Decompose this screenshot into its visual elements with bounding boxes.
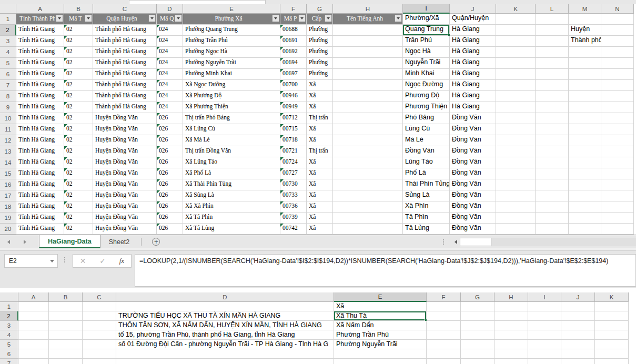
cell-D6[interactable]: 024 [157,69,183,80]
row-header-1[interactable]: 1 [0,302,18,311]
cell-I7[interactable] [528,359,561,364]
filter-button-F[interactable] [298,15,306,22]
sheet-tab-hagiang-data[interactable]: HaGiang-Data [39,235,100,248]
cell-C12[interactable]: Huyện Đồng Văn [93,135,157,146]
column-header-B[interactable]: B [49,292,83,302]
cell-F11[interactable]: 00715 [280,124,307,135]
hscroll-thumb[interactable] [460,238,491,246]
cell-H6[interactable] [333,69,403,80]
cell-G7[interactable]: Xã [307,80,333,91]
cell-J5[interactable] [561,340,595,349]
cell-M3[interactable]: Thành phố [569,36,601,47]
cell-C4[interactable] [83,330,116,340]
cell-J19[interactable]: Đồng Văn [450,213,496,224]
cell-C2[interactable] [83,311,116,321]
cell-B3[interactable] [49,321,83,330]
cell-D1[interactable]: Mã Q [157,14,183,25]
cell-D5[interactable]: 024 [157,58,183,69]
cell-F12[interactable]: 00718 [280,135,307,146]
row-header-10[interactable]: 10 [0,113,16,124]
cell-H10[interactable] [333,113,403,124]
cell-J8[interactable]: Hà Giang [450,91,496,102]
cell-D17[interactable]: 026 [157,190,183,201]
row-header-2[interactable]: 2 [0,25,16,36]
column-header-F[interactable]: F [280,4,307,14]
cell-I15[interactable]: Phố Là [403,168,450,179]
cell-C7[interactable]: Thành phố Hà Giang [93,80,157,91]
row-header-20[interactable]: 20 [0,224,16,235]
cell-L8[interactable] [536,91,569,102]
cell-C6[interactable]: Thành phố Hà Giang [93,69,157,80]
cell-G4[interactable] [461,330,494,340]
cell-L14[interactable] [536,157,569,168]
row-header-3[interactable]: 3 [0,321,18,330]
cell-E6[interactable]: Phường Minh Khai [183,69,280,80]
cell-J17[interactable]: Đồng Văn [450,190,496,201]
cell-D13[interactable]: 026 [157,146,183,157]
cell-H2[interactable] [494,311,528,321]
column-header-F[interactable]: F [427,292,461,302]
cell-E8[interactable]: Xã Phương Độ [183,91,280,102]
cell-G17[interactable]: Xã [307,190,333,201]
cell-J7[interactable] [561,359,595,364]
cell-B8[interactable]: 02 [64,91,93,102]
cell-N12[interactable] [601,135,634,146]
cell-D19[interactable]: 026 [157,213,183,224]
cell-B20[interactable]: 02 [64,224,93,235]
cell-J14[interactable]: Đồng Văn [450,157,496,168]
cell-A6[interactable]: Tỉnh Hà Giang [16,69,64,80]
cell-J3[interactable]: Hà Giang [450,36,496,47]
cell-I4[interactable]: Ngọc Hà [403,47,450,58]
cell-K6[interactable] [595,349,629,359]
cell-A12[interactable]: Tỉnh Hà Giang [16,135,64,146]
cell-L6[interactable] [536,69,569,80]
cell-E16[interactable]: Xã Thài Phìn Tủng [183,179,280,190]
add-sheet-button[interactable]: + [152,235,160,248]
cell-C2[interactable]: Thành phố Hà Giang [93,25,157,36]
cell-F13[interactable]: 00721 [280,146,307,157]
cell-B2[interactable] [49,311,83,321]
cell-F3[interactable] [427,321,461,330]
cell-N7[interactable] [601,80,634,91]
cell-L20[interactable] [536,224,569,235]
cell-I12[interactable]: Má Lé [403,135,450,146]
chevron-down-icon[interactable] [50,260,54,262]
cell-F17[interactable]: 00733 [280,190,307,201]
cell-L3[interactable] [536,36,569,47]
cell-H6[interactable] [494,349,528,359]
cell-B6[interactable]: 02 [64,69,93,80]
cell-J20[interactable]: Đồng Văn [450,224,496,235]
cell-C16[interactable]: Huyện Đồng Văn [93,179,157,190]
cell-F10[interactable]: 00712 [280,113,307,124]
cell-G10[interactable]: Thị trấn [307,113,333,124]
cell-H13[interactable] [333,146,403,157]
cell-H4[interactable] [333,47,403,58]
cell-A16[interactable]: Tỉnh Hà Giang [16,179,64,190]
cell-B13[interactable]: 02 [64,146,93,157]
cell-G2[interactable] [461,311,494,321]
cell-I11[interactable]: Lũng Cú [403,124,450,135]
row-header-7[interactable]: 7 [0,359,18,364]
cell-E10[interactable]: Thị trấn Phó Bảng [183,113,280,124]
cell-E5[interactable]: Phường Nguyễn Trãi [183,58,280,69]
cell-F15[interactable]: 00727 [280,168,307,179]
cell-D12[interactable]: 026 [157,135,183,146]
cell-D2[interactable]: 024 [157,25,183,36]
cell-E1[interactable]: Xã [334,302,427,311]
cell-I7[interactable]: Ngọc Đường [403,80,450,91]
cell-I3[interactable]: Trần Phú [403,36,450,47]
cell-E6[interactable] [334,349,427,359]
filter-button-G[interactable] [325,15,332,22]
cell-J7[interactable]: Hà Giang [450,80,496,91]
cell-H16[interactable] [333,179,403,190]
cell-A7[interactable]: Tỉnh Hà Giang [16,80,64,91]
cell-F5[interactable] [427,340,461,349]
cell-A8[interactable]: Tỉnh Hà Giang [16,91,64,102]
cell-J5[interactable]: Hà Giang [450,58,496,69]
cell-N6[interactable] [601,69,634,80]
cell-A15[interactable]: Tỉnh Hà Giang [16,168,64,179]
cell-N16[interactable] [601,179,634,190]
cell-C6[interactable] [83,349,116,359]
cell-C5[interactable] [83,340,116,349]
row-header-9[interactable]: 9 [0,102,16,113]
